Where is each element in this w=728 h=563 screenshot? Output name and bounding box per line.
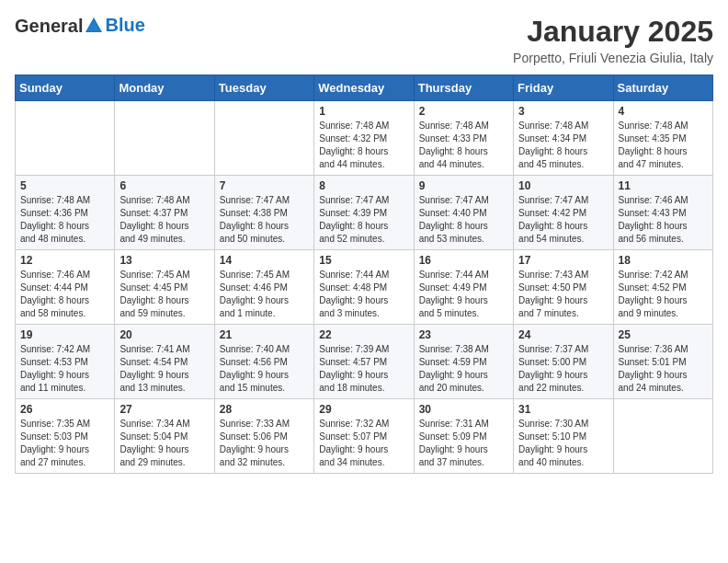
day-info: Sunrise: 7:42 AM Sunset: 4:52 PM Dayligh…: [619, 269, 708, 320]
day-info: Sunrise: 7:41 AM Sunset: 4:54 PM Dayligh…: [119, 343, 209, 395]
day-number: 17: [518, 254, 608, 267]
day-number: 26: [20, 403, 109, 416]
logo-blue: Blue: [105, 15, 144, 35]
table-row: [115, 101, 214, 176]
table-row: [214, 101, 313, 176]
day-info: Sunrise: 7:48 AM Sunset: 4:32 PM Dayligh…: [319, 120, 408, 171]
header-wednesday: Wednesday: [314, 75, 414, 101]
table-row: 14Sunrise: 7:45 AM Sunset: 4:46 PM Dayli…: [214, 250, 313, 325]
calendar-week-row: 26Sunrise: 7:35 AM Sunset: 5:03 PM Dayli…: [16, 399, 713, 474]
day-info: Sunrise: 7:48 AM Sunset: 4:37 PM Dayligh…: [119, 194, 209, 246]
day-number: 3: [518, 105, 608, 118]
day-info: Sunrise: 7:48 AM Sunset: 4:33 PM Dayligh…: [419, 120, 508, 171]
day-number: 18: [619, 254, 708, 267]
table-row: 31Sunrise: 7:30 AM Sunset: 5:10 PM Dayli…: [514, 399, 613, 474]
calendar-header-row: Sunday Monday Tuesday Wednesday Thursday…: [16, 75, 713, 101]
header-thursday: Thursday: [414, 75, 513, 101]
day-number: 9: [419, 179, 508, 192]
table-row: 4Sunrise: 7:48 AM Sunset: 4:35 PM Daylig…: [613, 101, 712, 176]
day-number: 24: [518, 328, 608, 341]
table-row: 24Sunrise: 7:37 AM Sunset: 5:00 PM Dayli…: [514, 325, 613, 399]
table-row: [613, 399, 712, 474]
day-number: 14: [220, 254, 309, 267]
day-info: Sunrise: 7:48 AM Sunset: 4:36 PM Dayligh…: [20, 194, 109, 246]
calendar-subtitle: Porpetto, Friuli Venezia Giulia, Italy: [513, 51, 713, 65]
day-number: 21: [220, 328, 309, 341]
table-row: 10Sunrise: 7:47 AM Sunset: 4:42 PM Dayli…: [514, 176, 613, 250]
calendar-week-row: 1Sunrise: 7:48 AM Sunset: 4:32 PM Daylig…: [16, 101, 713, 176]
day-info: Sunrise: 7:33 AM Sunset: 5:06 PM Dayligh…: [220, 418, 309, 469]
day-number: 10: [518, 179, 608, 192]
table-row: 26Sunrise: 7:35 AM Sunset: 5:03 PM Dayli…: [16, 399, 115, 474]
table-row: 8Sunrise: 7:47 AM Sunset: 4:39 PM Daylig…: [314, 176, 414, 250]
day-info: Sunrise: 7:47 AM Sunset: 4:38 PM Dayligh…: [220, 194, 309, 246]
day-info: Sunrise: 7:30 AM Sunset: 5:10 PM Dayligh…: [518, 418, 608, 469]
day-number: 5: [20, 179, 109, 192]
calendar-week-row: 12Sunrise: 7:46 AM Sunset: 4:44 PM Dayli…: [16, 250, 713, 325]
table-row: 15Sunrise: 7:44 AM Sunset: 4:48 PM Dayli…: [314, 250, 414, 325]
day-info: Sunrise: 7:38 AM Sunset: 4:59 PM Dayligh…: [419, 343, 508, 395]
table-row: 21Sunrise: 7:40 AM Sunset: 4:56 PM Dayli…: [214, 325, 313, 399]
table-row: 27Sunrise: 7:34 AM Sunset: 5:04 PM Dayli…: [115, 399, 214, 474]
table-row: 20Sunrise: 7:41 AM Sunset: 4:54 PM Dayli…: [115, 325, 214, 399]
calendar-week-row: 5Sunrise: 7:48 AM Sunset: 4:36 PM Daylig…: [16, 176, 713, 250]
day-number: 23: [419, 328, 508, 341]
table-row: 3Sunrise: 7:48 AM Sunset: 4:34 PM Daylig…: [514, 101, 613, 176]
table-row: 17Sunrise: 7:43 AM Sunset: 4:50 PM Dayli…: [514, 250, 613, 325]
day-number: 19: [20, 328, 109, 341]
day-info: Sunrise: 7:43 AM Sunset: 4:50 PM Dayligh…: [518, 269, 608, 320]
day-info: Sunrise: 7:32 AM Sunset: 5:07 PM Dayligh…: [319, 418, 408, 469]
day-info: Sunrise: 7:31 AM Sunset: 5:09 PM Dayligh…: [419, 418, 508, 469]
day-number: 16: [419, 254, 508, 267]
table-row: 1Sunrise: 7:48 AM Sunset: 4:32 PM Daylig…: [314, 101, 414, 176]
day-info: Sunrise: 7:42 AM Sunset: 4:53 PM Dayligh…: [20, 343, 109, 395]
table-row: 7Sunrise: 7:47 AM Sunset: 4:38 PM Daylig…: [214, 176, 313, 250]
table-row: 18Sunrise: 7:42 AM Sunset: 4:52 PM Dayli…: [613, 250, 712, 325]
table-row: 12Sunrise: 7:46 AM Sunset: 4:44 PM Dayli…: [16, 250, 115, 325]
day-info: Sunrise: 7:34 AM Sunset: 5:04 PM Dayligh…: [119, 418, 209, 469]
table-row: [16, 101, 115, 176]
table-row: 16Sunrise: 7:44 AM Sunset: 4:49 PM Dayli…: [414, 250, 513, 325]
day-number: 4: [619, 105, 708, 118]
day-info: Sunrise: 7:47 AM Sunset: 4:42 PM Dayligh…: [518, 194, 608, 246]
table-row: 22Sunrise: 7:39 AM Sunset: 4:57 PM Dayli…: [314, 325, 414, 399]
day-number: 20: [119, 328, 209, 341]
day-number: 22: [319, 328, 408, 341]
header-saturday: Saturday: [613, 75, 712, 101]
day-number: 13: [119, 254, 209, 267]
day-number: 31: [518, 403, 608, 416]
day-number: 15: [319, 254, 408, 267]
table-row: 30Sunrise: 7:31 AM Sunset: 5:09 PM Dayli…: [414, 399, 513, 474]
logo-general: General: [15, 17, 83, 35]
header-monday: Monday: [115, 75, 214, 101]
table-row: 6Sunrise: 7:48 AM Sunset: 4:37 PM Daylig…: [115, 176, 214, 250]
calendar-title: January 2025: [513, 15, 713, 49]
header-friday: Friday: [514, 75, 613, 101]
day-number: 29: [319, 403, 408, 416]
day-info: Sunrise: 7:48 AM Sunset: 4:34 PM Dayligh…: [518, 120, 608, 171]
table-row: 9Sunrise: 7:47 AM Sunset: 4:40 PM Daylig…: [414, 176, 513, 250]
table-row: 11Sunrise: 7:46 AM Sunset: 4:43 PM Dayli…: [613, 176, 712, 250]
header-tuesday: Tuesday: [214, 75, 313, 101]
day-info: Sunrise: 7:45 AM Sunset: 4:46 PM Dayligh…: [220, 269, 309, 320]
table-row: 25Sunrise: 7:36 AM Sunset: 5:01 PM Dayli…: [613, 325, 712, 399]
logo-icon: [84, 16, 104, 36]
day-number: 27: [119, 403, 209, 416]
day-info: Sunrise: 7:47 AM Sunset: 4:39 PM Dayligh…: [319, 194, 408, 246]
day-number: 8: [319, 179, 408, 192]
logo: General Blue: [15, 15, 145, 36]
day-info: Sunrise: 7:45 AM Sunset: 4:45 PM Dayligh…: [119, 269, 209, 320]
day-info: Sunrise: 7:36 AM Sunset: 5:01 PM Dayligh…: [619, 343, 708, 395]
table-row: 13Sunrise: 7:45 AM Sunset: 4:45 PM Dayli…: [115, 250, 214, 325]
day-number: 28: [220, 403, 309, 416]
day-info: Sunrise: 7:48 AM Sunset: 4:35 PM Dayligh…: [619, 120, 708, 171]
day-number: 2: [419, 105, 508, 118]
calendar-table: Sunday Monday Tuesday Wednesday Thursday…: [15, 75, 713, 474]
day-info: Sunrise: 7:46 AM Sunset: 4:43 PM Dayligh…: [619, 194, 708, 246]
day-info: Sunrise: 7:44 AM Sunset: 4:49 PM Dayligh…: [419, 269, 508, 320]
day-info: Sunrise: 7:37 AM Sunset: 5:00 PM Dayligh…: [518, 343, 608, 395]
table-row: 19Sunrise: 7:42 AM Sunset: 4:53 PM Dayli…: [16, 325, 115, 399]
title-block: January 2025 Porpetto, Friuli Venezia Gi…: [513, 15, 713, 65]
table-row: 23Sunrise: 7:38 AM Sunset: 4:59 PM Dayli…: [414, 325, 513, 399]
table-row: 29Sunrise: 7:32 AM Sunset: 5:07 PM Dayli…: [314, 399, 414, 474]
